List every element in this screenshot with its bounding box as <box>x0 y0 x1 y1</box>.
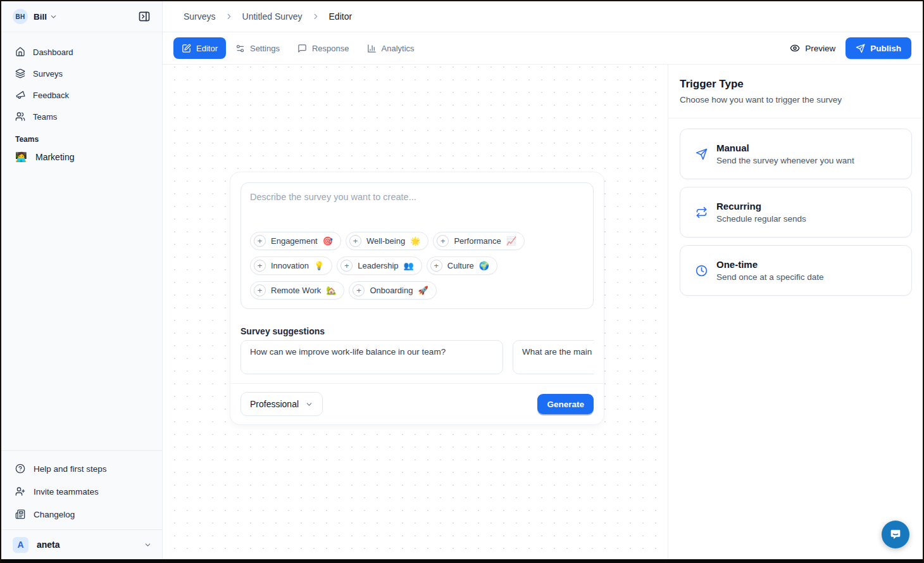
account-name: aneta <box>37 540 141 550</box>
chip-label: Leadership <box>358 261 398 270</box>
bulb-emoji-icon: 💡 <box>314 261 324 270</box>
tab-label: Response <box>312 44 349 53</box>
sidebar-item-changelog[interactable]: Changelog <box>8 503 156 526</box>
topic-chip-remote-work[interactable]: + Remote Work 🏡 <box>250 281 344 300</box>
sidebar-item-help[interactable]: Help and first steps <box>8 457 156 480</box>
plus-icon: + <box>353 284 365 296</box>
plus-icon: + <box>254 284 266 296</box>
user-plus-icon <box>15 486 25 497</box>
chip-label: Remote Work <box>271 286 321 295</box>
tone-select[interactable]: Professional <box>240 392 323 416</box>
teams-section-label: Teams <box>15 135 162 144</box>
app-window: BH Bill Dashboard Surveys Feedback <box>0 0 924 563</box>
people-emoji-icon: 👥 <box>404 261 414 270</box>
sidebar-item-label: Invite teammates <box>34 487 99 497</box>
suggestion-card[interactable]: How can we improve work-life balance in … <box>240 340 503 374</box>
survey-composer-card: + Engagement 🎯 + Well-being 🌟 + <box>230 172 604 425</box>
topic-chip-leadership[interactable]: + Leadership 👥 <box>337 256 422 275</box>
suggestion-card[interactable]: What are the main ob <box>513 340 594 374</box>
sidebar-item-team-marketing[interactable]: 🧑‍💻 Marketing <box>8 146 156 168</box>
sidebar-nav: Dashboard Surveys Feedback Teams <box>1 32 162 127</box>
chip-label: Innovation <box>271 261 309 270</box>
repeat-icon <box>696 206 708 218</box>
sidebar-item-label: Changelog <box>34 510 75 519</box>
trigger-option-text: Recurring Schedule regular sends <box>716 201 806 224</box>
chat-bubble-icon <box>889 528 902 541</box>
bar-chart-icon <box>367 44 377 53</box>
sidebar-item-label: Feedback <box>33 91 69 100</box>
publish-label: Publish <box>870 44 901 53</box>
plus-icon: + <box>349 235 361 247</box>
generate-button[interactable]: Generate <box>537 394 594 414</box>
prompt-box: + Engagement 🎯 + Well-being 🌟 + <box>240 182 594 309</box>
topic-chip-innovation[interactable]: + Innovation 💡 <box>250 256 332 275</box>
topic-chip-performance[interactable]: + Performance 📈 <box>433 232 525 250</box>
chip-label: Performance <box>454 236 501 246</box>
chat-launcher-button[interactable] <box>882 521 909 548</box>
send-icon <box>856 44 865 53</box>
sidebar-item-label: Teams <box>33 112 57 122</box>
trigger-option-text: Manual Send the survey whenever you want <box>716 142 854 165</box>
chevron-right-icon <box>225 12 234 21</box>
edit-pencil-icon <box>182 44 191 53</box>
sidebar-item-dashboard[interactable]: Dashboard <box>8 41 156 63</box>
topic-chip-engagement[interactable]: + Engagement 🎯 <box>250 232 341 250</box>
help-circle-icon <box>15 464 25 474</box>
star-emoji-icon: 🌟 <box>410 236 420 246</box>
breadcrumb-surveys[interactable]: Surveys <box>184 11 216 22</box>
trigger-option-text: One-time Send once at a specific date <box>716 259 824 282</box>
sidebar-item-teams[interactable]: Teams <box>8 106 156 127</box>
sidebar-spacer <box>1 168 162 450</box>
trigger-type-panel: Trigger Type Choose how you want to trig… <box>668 65 923 559</box>
chevron-down-icon <box>144 541 152 549</box>
chip-label: Onboarding <box>370 286 413 295</box>
workspace-switcher[interactable]: BH Bill <box>1 1 162 32</box>
panel-toggle-icon <box>138 10 151 23</box>
account-menu[interactable]: A aneta <box>1 529 162 559</box>
tab-editor[interactable]: Editor <box>173 37 226 59</box>
sidebar-collapse-button[interactable] <box>135 8 153 25</box>
trigger-panel-subtitle: Choose how you want to trigger the surve… <box>680 95 908 104</box>
technologist-emoji-icon: 🧑‍💻 <box>15 151 28 163</box>
trigger-option-description: Schedule regular sends <box>716 214 806 224</box>
sidebar-item-surveys[interactable]: Surveys <box>8 63 156 84</box>
plus-icon: + <box>254 260 266 272</box>
megaphone-icon <box>14 89 27 101</box>
team-name: Marketing <box>35 152 74 162</box>
tone-selected-value: Professional <box>250 399 299 409</box>
editor-canvas[interactable]: + Engagement 🎯 + Well-being 🌟 + <box>163 65 668 559</box>
message-square-icon <box>297 44 307 53</box>
trigger-panel-header: Trigger Type Choose how you want to trig… <box>668 65 923 118</box>
sidebar-item-label: Dashboard <box>33 47 73 57</box>
trigger-option-manual[interactable]: Manual Send the survey whenever you want <box>680 129 912 179</box>
workspace-name: Bill <box>34 12 47 22</box>
breadcrumb-untitled-survey[interactable]: Untitled Survey <box>242 11 303 22</box>
sidebar-item-invite-teammates[interactable]: Invite teammates <box>8 480 156 503</box>
chip-label: Engagement <box>271 236 318 246</box>
trigger-option-one-time[interactable]: One-time Send once at a specific date <box>680 245 912 296</box>
tab-analytics[interactable]: Analytics <box>359 37 423 59</box>
topic-chip-culture[interactable]: + Culture 🌍 <box>427 256 497 275</box>
publish-button[interactable]: Publish <box>846 37 911 59</box>
tab-settings[interactable]: Settings <box>227 37 288 59</box>
preview-label: Preview <box>805 44 835 53</box>
sidebar-item-feedback[interactable]: Feedback <box>8 84 156 106</box>
tab-response[interactable]: Response <box>289 37 358 59</box>
topic-chip-onboarding[interactable]: + Onboarding 🚀 <box>349 281 436 300</box>
trigger-option-recurring[interactable]: Recurring Schedule regular sends <box>680 187 912 237</box>
trigger-option-title: Manual <box>716 142 854 153</box>
breadcrumb-editor: Editor <box>329 11 353 22</box>
survey-description-input[interactable] <box>250 192 584 232</box>
chevron-right-icon <box>311 12 320 21</box>
topic-chip-well-being[interactable]: + Well-being 🌟 <box>346 232 428 250</box>
plus-icon: + <box>254 235 266 247</box>
composer-footer: Professional Generate <box>230 383 604 424</box>
trigger-option-title: Recurring <box>716 201 806 212</box>
trigger-option-list: Manual Send the survey whenever you want… <box>668 118 923 296</box>
chip-label: Culture <box>447 261 474 270</box>
plus-icon: + <box>340 260 353 272</box>
preview-button[interactable]: Preview <box>784 39 842 57</box>
rocket-emoji-icon: 🚀 <box>418 286 428 295</box>
sidebar: BH Bill Dashboard Surveys Feedback <box>1 1 163 559</box>
trigger-option-description: Send once at a specific date <box>716 272 824 282</box>
